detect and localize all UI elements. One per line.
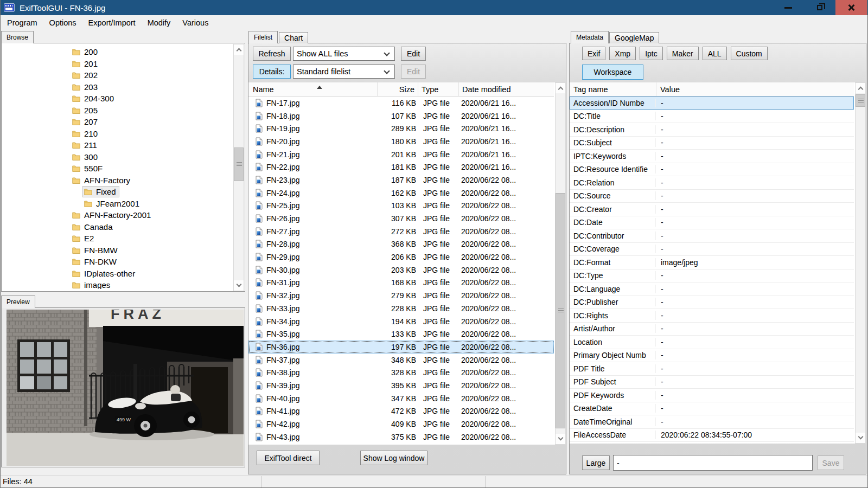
metadata-row[interactable]: DC:Creator - <box>570 203 854 216</box>
column-header-type[interactable]: Type <box>418 82 459 96</box>
tree-item-folder[interactable]: IDplates-other <box>2 268 233 280</box>
filelist-tab[interactable]: Filelist <box>248 31 278 43</box>
refresh-button[interactable]: Refresh <box>253 47 291 61</box>
file-row[interactable]: FN-33.jpg 228 KB JPG file 2020/06/22 08.… <box>248 302 554 315</box>
tree-item-folder[interactable]: 203 <box>2 81 233 93</box>
metadata-row[interactable]: DC:Source - <box>570 190 854 203</box>
file-row[interactable]: FN-31.jpg 168 KB JPG file 2020/06/22 08.… <box>248 277 554 290</box>
file-filter-select[interactable]: Show ALL files <box>293 47 395 61</box>
file-row[interactable]: FN-38.jpg 328 KB JPG file 2020/06/22 08.… <box>248 366 554 379</box>
metadata-scrollbar-thumb[interactable] <box>856 94 865 107</box>
tree-scrollbar[interactable] <box>233 44 244 291</box>
tag-value-input[interactable] <box>613 455 813 471</box>
metadata-row[interactable]: DC:Format image/jpeg <box>570 256 854 269</box>
restore-button[interactable] <box>804 0 835 15</box>
file-row[interactable]: FN-29.jpg 206 KB JPG file 2020/06/22 08.… <box>248 251 554 264</box>
minimize-button[interactable] <box>773 0 804 15</box>
exiftool-direct-button[interactable]: ExifTool direct <box>257 451 320 465</box>
tree-item-folder[interactable]: Fixed <box>2 186 233 198</box>
show-log-button[interactable]: Show Log window <box>360 451 427 465</box>
tree-item-folder[interactable]: 300 <box>2 151 233 163</box>
tab-preview[interactable]: Preview <box>1 296 35 308</box>
column-header-value[interactable]: Value <box>656 82 854 96</box>
tree-item-folder[interactable]: images <box>2 279 233 289</box>
tree-item-folder[interactable]: AFN-Factory-2001 <box>2 209 233 221</box>
metadata-category-button[interactable]: Xmp <box>609 47 636 60</box>
metadata-row[interactable]: DC:Description - <box>570 123 854 137</box>
metadata-row[interactable]: CreateDate - <box>570 402 854 416</box>
metadata-row[interactable]: DC:Resource Identifie - <box>570 163 854 177</box>
metadata-row[interactable]: PDF Subject - <box>570 376 854 389</box>
file-row[interactable]: FN-18.jpg 107 KB JPG file 2020/06/21 16.… <box>248 110 554 123</box>
metadata-category-button[interactable]: Iptc <box>640 47 663 60</box>
file-row[interactable]: FN-35.jpg 133 KB JPG file 2020/06/22 08.… <box>248 328 554 341</box>
file-row[interactable]: FN-20.jpg 180 KB JPG file 2020/06/21 16.… <box>248 135 554 148</box>
metadata-row[interactable]: DC:Date - <box>570 216 854 230</box>
file-row[interactable]: FN-21.jpg 201 KB JPG file 2020/06/21 16.… <box>248 148 554 161</box>
metadata-row[interactable]: DC:Language - <box>570 282 854 296</box>
metadata-row[interactable]: DC:Title - <box>570 110 854 124</box>
metadata-category-button[interactable]: Custom <box>731 47 768 60</box>
tree-item-folder[interactable]: 205 <box>2 105 233 117</box>
tree-item-folder[interactable]: AFN-Factory <box>2 175 233 187</box>
metadata-row[interactable]: DC:Relation - <box>570 176 854 190</box>
tree-item-folder[interactable]: 202 <box>2 69 233 81</box>
metadata-row[interactable]: DC:Subject - <box>570 137 854 150</box>
metadata-scrollbar[interactable] <box>855 82 866 444</box>
details-select[interactable]: Standard filelist <box>293 65 395 79</box>
file-row[interactable]: FN-37.jpg 348 KB JPG file 2020/06/22 08.… <box>248 354 554 367</box>
menu-item[interactable]: Various <box>176 16 214 29</box>
metadata-row[interactable]: IPTC:Keywords - <box>570 150 854 163</box>
close-button[interactable] <box>835 0 867 15</box>
file-row[interactable]: FN-19.jpg 289 KB JPG file 2020/06/21 16.… <box>248 122 554 135</box>
file-row[interactable]: FN-34.jpg 194 KB JPG file 2020/06/22 08.… <box>248 315 554 328</box>
tree-item-folder[interactable]: FN-BMW <box>2 245 233 256</box>
metadata-row[interactable]: PDF Keywords - <box>570 389 854 402</box>
metadata-row[interactable]: DC:Coverage - <box>570 243 854 256</box>
tree-item-folder[interactable]: FN-DKW <box>2 256 233 268</box>
details-button[interactable]: Details: <box>253 65 291 79</box>
tree-item-folder[interactable]: Canada <box>2 221 233 233</box>
large-button[interactable]: Large <box>582 455 610 470</box>
metadata-row[interactable]: DC:Publisher - <box>570 296 854 310</box>
metadata-tab[interactable]: Metadata <box>571 31 609 43</box>
metadata-row[interactable]: DateTimeOriginal - <box>570 415 854 429</box>
filelist-tab[interactable]: Chart <box>279 32 308 43</box>
metadata-row[interactable]: Location - <box>570 336 854 349</box>
column-header-size[interactable]: Size <box>378 82 418 96</box>
menu-item[interactable]: Export/Import <box>82 16 142 29</box>
file-row[interactable]: FN-41.jpg 472 KB JPG file 2020/06/22 08.… <box>248 405 554 418</box>
file-row[interactable]: FN-27.jpg 272 KB JPG file 2020/06/22 08.… <box>248 225 554 238</box>
column-header-name[interactable]: Name <box>248 82 378 96</box>
scroll-down-icon[interactable] <box>234 280 244 291</box>
metadata-row[interactable]: Accession/ID Numbe - <box>570 97 854 110</box>
file-row[interactable]: FN-39.jpg 395 KB JPG file 2020/06/22 08.… <box>248 379 554 392</box>
file-row[interactable]: FN-36.jpg 197 KB JPG file 2020/06/22 08.… <box>248 341 554 354</box>
file-row[interactable]: FN-24.jpg 162 KB JPG file 2020/06/22 08.… <box>248 187 554 200</box>
file-row[interactable]: FN-40.jpg 347 KB JPG file 2020/06/22 08.… <box>248 392 554 405</box>
metadata-row[interactable]: FileAccessDate 2020:06:22 08:34:55-07:00 <box>570 429 854 442</box>
scroll-up-icon[interactable] <box>556 83 565 93</box>
file-row[interactable]: FN-30.jpg 203 KB JPG file 2020/06/22 08.… <box>248 264 554 277</box>
column-header-tag[interactable]: Tag name <box>570 82 656 96</box>
metadata-row[interactable]: Primary Object Numb - <box>570 349 854 363</box>
scroll-up-icon[interactable] <box>234 44 244 55</box>
tree-item-folder[interactable]: JFearn2001 <box>2 198 233 210</box>
tree-item-folder[interactable]: 207 <box>2 116 233 128</box>
metadata-row[interactable]: DC:Contributor - <box>570 229 854 243</box>
tree-item-folder[interactable]: 200 <box>2 46 233 58</box>
tree-item-folder[interactable]: 550F <box>2 163 233 175</box>
file-row[interactable]: FN-25.jpg 103 KB JPG file 2020/06/22 08.… <box>248 200 554 213</box>
menu-item[interactable]: Options <box>43 16 82 29</box>
file-row[interactable]: FN-42.jpg 409 KB JPG file 2020/06/22 08.… <box>248 418 554 431</box>
tree-item-folder[interactable]: 211 <box>2 139 233 151</box>
tab-browse[interactable]: Browse <box>1 31 34 43</box>
file-row[interactable]: FN-23.jpg 187 KB JPG file 2020/06/22 08.… <box>248 174 554 187</box>
scroll-down-icon[interactable] <box>856 433 865 443</box>
menu-item[interactable]: Modify <box>142 16 177 29</box>
file-row[interactable]: FN-26.jpg 307 KB JPG file 2020/06/22 08.… <box>248 212 554 225</box>
tree-scrollbar-thumb[interactable] <box>234 147 244 181</box>
metadata-tab[interactable]: GoogleMap <box>609 32 659 43</box>
filelist-scrollbar[interactable] <box>555 82 566 445</box>
metadata-row[interactable]: PDF Title - <box>570 362 854 376</box>
